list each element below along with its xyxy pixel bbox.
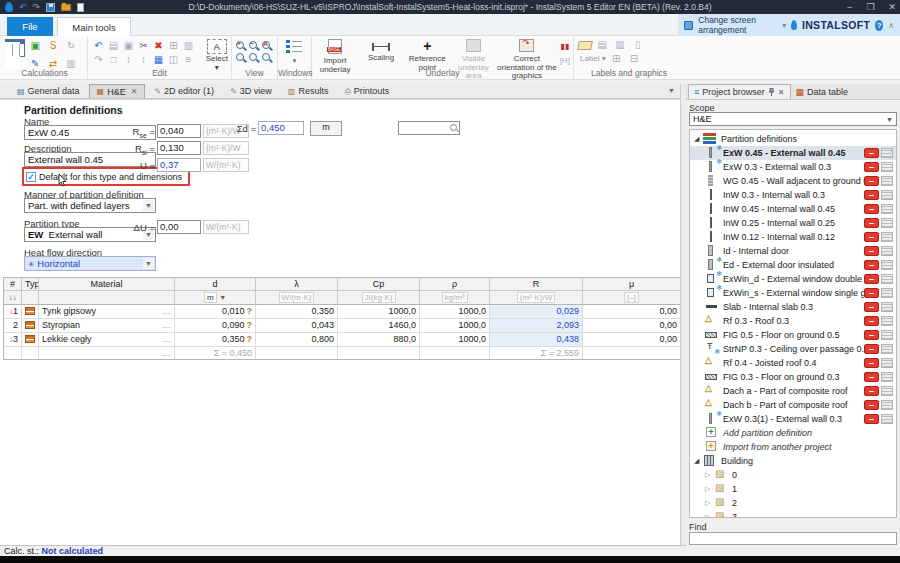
cell-lambda[interactable]: 0,043 (256, 319, 338, 333)
select-area-icon[interactable]: A (207, 39, 227, 54)
cell-d[interactable]: 0,010? (175, 305, 256, 319)
cell-num[interactable]: ↓3 (4, 333, 22, 347)
remove-partition-button[interactable]: – (864, 386, 879, 396)
tab-results[interactable]: ▥ Results (281, 84, 336, 98)
tree-action-item[interactable]: +Add partition definition (690, 426, 896, 440)
cell-d[interactable]: 0,350? (175, 333, 256, 347)
partition-options-button[interactable] (881, 246, 893, 256)
zoom-selection-icon[interactable] (262, 53, 270, 61)
col-d[interactable]: d (175, 278, 256, 291)
label-dropdown-icon[interactable]: ▾ (602, 54, 606, 63)
redo-icon[interactable]: ↷ (91, 53, 106, 67)
remove-partition-button[interactable]: – (864, 162, 879, 172)
layers-icon[interactable]: ▦ (151, 53, 166, 67)
tree-item-partition[interactable]: ❄ExW 0.3 - External wall 0.3– (690, 160, 896, 174)
unit-m-button[interactable]: m (310, 121, 342, 136)
paste-icon[interactable]: ▤ (106, 39, 121, 53)
ellipsis-icon[interactable]: … (162, 333, 171, 346)
partition-options-button[interactable] (881, 274, 893, 284)
tab-printouts[interactable]: ⎙ Printouts (337, 84, 396, 98)
tab-general-data[interactable]: ▤ General data (10, 84, 87, 98)
tab-data-table[interactable]: ▦ Data table (791, 84, 854, 99)
close-button[interactable]: ✕ (888, 2, 896, 12)
frame-icon[interactable]: □ (106, 53, 121, 67)
underlay-height-icon[interactable]: [H] (557, 54, 572, 68)
col-typ[interactable]: Typ (22, 278, 39, 291)
partition-options-button[interactable] (881, 218, 893, 228)
tree-action-item[interactable]: +Import from another project (690, 440, 896, 454)
partition-options-button[interactable] (881, 330, 893, 340)
zoom-in-icon[interactable]: + (236, 41, 244, 49)
tree-item-partition[interactable]: Ŧ❄StrNP 0.3 - Ceiling over passage 0.3– (690, 342, 896, 356)
remove-partition-button[interactable]: – (864, 400, 879, 410)
tree-item-partition[interactable]: InW 0.12 - Internal wall 0.12– (690, 230, 896, 244)
align-icon[interactable]: ↕ (136, 53, 151, 67)
cell-mu[interactable]: 0,00 (583, 305, 680, 319)
partition-options-button[interactable] (881, 358, 893, 368)
table-row[interactable]: 2Styropian…0,090?0,0431460,01000,02,0930… (4, 319, 680, 333)
tab-3d-view[interactable]: ✎ 3D view (223, 84, 279, 98)
undo-icon[interactable]: ↶ (19, 2, 27, 12)
col-lambda[interactable]: λ (256, 278, 338, 291)
pin-icon[interactable] (768, 88, 775, 96)
remove-partition-button[interactable]: – (864, 148, 879, 158)
partition-options-button[interactable] (881, 162, 893, 172)
move-vertical-icon[interactable]: ↕ (121, 53, 136, 67)
cell-lambda[interactable]: 0,800 (256, 333, 338, 347)
heat-flow-select[interactable]: ✳ Horizontal▼ (24, 256, 156, 271)
chevron-down-icon[interactable]: ▼ (143, 200, 154, 211)
copy-icon[interactable]: ▣ (121, 39, 136, 53)
d-unit-cell[interactable]: m ▼ (175, 291, 256, 305)
remove-partition-button[interactable]: – (864, 260, 879, 270)
close-panel-icon[interactable]: ✕ (778, 88, 785, 97)
chevron-down-icon[interactable]: ▾ (782, 21, 786, 30)
partition-options-button[interactable] (881, 400, 893, 410)
cell-cp[interactable]: 1460,0 (338, 319, 420, 333)
label-button[interactable]: Label (580, 54, 600, 63)
rsi-field[interactable]: 0,130 (157, 141, 201, 155)
calculation-table-icon[interactable] (5, 39, 25, 57)
cell-num[interactable]: 2 (4, 319, 22, 333)
tree-item-storey[interactable]: ▷▨1 (690, 482, 896, 496)
cell-material[interactable]: Styropian… (39, 319, 175, 333)
tree-item-partition[interactable]: △Dach a - Part of composite roof– (690, 384, 896, 398)
cell-mu[interactable]: 0,00 (583, 333, 680, 347)
find-input[interactable] (689, 532, 897, 545)
cut-icon[interactable]: ✂ (136, 39, 151, 53)
mirror-icon[interactable]: ◫ (166, 53, 181, 67)
graphic-grid-icon[interactable]: ⊞ (609, 52, 624, 66)
new-document-icon[interactable] (77, 3, 84, 12)
cell-cp[interactable]: 1000,0 (338, 305, 420, 319)
cell-rho[interactable]: 1000,0 (420, 333, 490, 347)
recalculate-icon[interactable]: ↻ (63, 39, 78, 53)
col-r[interactable]: R (490, 278, 583, 291)
chevron-down-icon[interactable]: ▼ (219, 294, 226, 301)
cell-num[interactable]: ↓1 (4, 305, 22, 319)
cell-rho[interactable]: 1000,0 (420, 319, 490, 333)
expander-icon[interactable]: ◢ (694, 457, 703, 465)
windows-list-icon[interactable] (286, 39, 304, 55)
remove-partition-button[interactable]: – (864, 372, 879, 382)
remove-partition-button[interactable]: – (864, 218, 879, 228)
cell-mu[interactable]: 0,00 (583, 319, 680, 333)
tab-2d-editor[interactable]: ✎ 2D editor (1) (147, 84, 221, 98)
duplicate-icon[interactable]: ▥ (181, 39, 196, 53)
delete-icon[interactable]: ✖ (151, 39, 166, 53)
tab-list-dropdown-icon[interactable]: ▼ (668, 87, 675, 94)
tree-item-partition[interactable]: InW 0.3 - Internal wall 0.3– (690, 188, 896, 202)
undo-icon[interactable]: ↶ (91, 39, 106, 53)
tree-item-partition[interactable]: FIG 0.5 - Floor on ground 0.5– (690, 328, 896, 342)
table-row[interactable]: ↓3Lekkie cegły…0,350?0,800880,01000,00,4… (4, 333, 680, 347)
remove-partition-button[interactable]: – (864, 414, 879, 424)
partition-options-button[interactable] (881, 344, 893, 354)
help-icon[interactable]: ? (875, 20, 883, 31)
graphic-table-icon[interactable]: ▤ (595, 38, 610, 52)
maximize-button[interactable]: ❒ (866, 2, 874, 12)
cell-rho[interactable]: 1000,0 (420, 305, 490, 319)
partition-options-button[interactable] (881, 302, 893, 312)
expander-icon[interactable]: ◢ (694, 135, 703, 143)
expander-icon[interactable]: ▷ (705, 485, 714, 493)
partition-options-button[interactable] (881, 316, 893, 326)
partition-options-button[interactable] (881, 260, 893, 270)
partition-options-button[interactable] (881, 232, 893, 242)
